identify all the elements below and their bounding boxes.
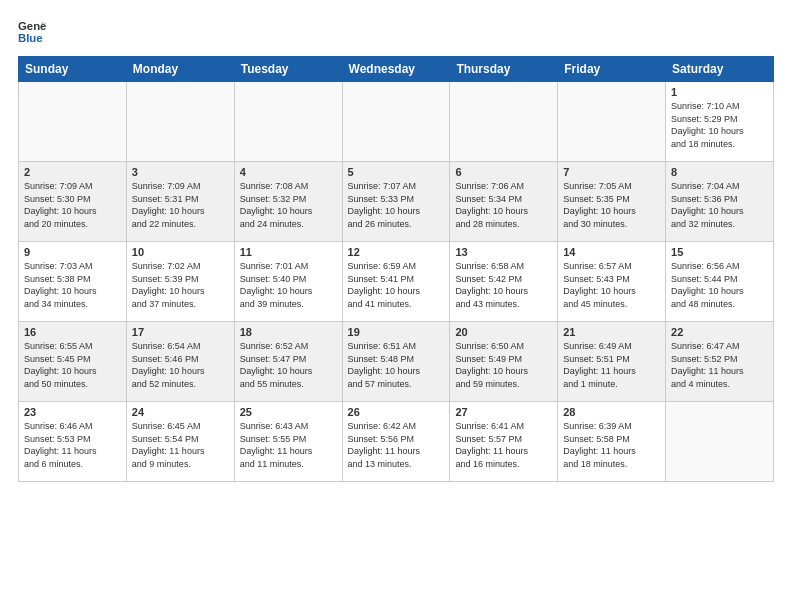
day-cell: 23Sunrise: 6:46 AM Sunset: 5:53 PM Dayli… (19, 402, 127, 482)
day-number: 12 (348, 246, 445, 258)
day-number: 16 (24, 326, 121, 338)
day-number: 24 (132, 406, 229, 418)
day-cell: 17Sunrise: 6:54 AM Sunset: 5:46 PM Dayli… (126, 322, 234, 402)
day-cell: 14Sunrise: 6:57 AM Sunset: 5:43 PM Dayli… (558, 242, 666, 322)
day-cell (558, 82, 666, 162)
day-cell: 11Sunrise: 7:01 AM Sunset: 5:40 PM Dayli… (234, 242, 342, 322)
day-cell: 1Sunrise: 7:10 AM Sunset: 5:29 PM Daylig… (666, 82, 774, 162)
day-cell: 22Sunrise: 6:47 AM Sunset: 5:52 PM Dayli… (666, 322, 774, 402)
day-cell: 28Sunrise: 6:39 AM Sunset: 5:58 PM Dayli… (558, 402, 666, 482)
day-info: Sunrise: 6:46 AM Sunset: 5:53 PM Dayligh… (24, 420, 121, 470)
day-cell: 24Sunrise: 6:45 AM Sunset: 5:54 PM Dayli… (126, 402, 234, 482)
day-info: Sunrise: 7:06 AM Sunset: 5:34 PM Dayligh… (455, 180, 552, 230)
day-number: 17 (132, 326, 229, 338)
day-cell: 10Sunrise: 7:02 AM Sunset: 5:39 PM Dayli… (126, 242, 234, 322)
day-info: Sunrise: 7:08 AM Sunset: 5:32 PM Dayligh… (240, 180, 337, 230)
day-number: 26 (348, 406, 445, 418)
day-info: Sunrise: 7:01 AM Sunset: 5:40 PM Dayligh… (240, 260, 337, 310)
day-number: 22 (671, 326, 768, 338)
day-info: Sunrise: 6:41 AM Sunset: 5:57 PM Dayligh… (455, 420, 552, 470)
day-number: 7 (563, 166, 660, 178)
day-number: 15 (671, 246, 768, 258)
day-cell: 25Sunrise: 6:43 AM Sunset: 5:55 PM Dayli… (234, 402, 342, 482)
logo: General Blue (18, 18, 52, 46)
col-header-saturday: Saturday (666, 57, 774, 82)
day-number: 27 (455, 406, 552, 418)
day-info: Sunrise: 7:09 AM Sunset: 5:31 PM Dayligh… (132, 180, 229, 230)
day-number: 20 (455, 326, 552, 338)
day-info: Sunrise: 6:57 AM Sunset: 5:43 PM Dayligh… (563, 260, 660, 310)
day-cell: 19Sunrise: 6:51 AM Sunset: 5:48 PM Dayli… (342, 322, 450, 402)
day-cell (666, 402, 774, 482)
day-number: 4 (240, 166, 337, 178)
day-cell (234, 82, 342, 162)
day-cell: 8Sunrise: 7:04 AM Sunset: 5:36 PM Daylig… (666, 162, 774, 242)
header-row: SundayMondayTuesdayWednesdayThursdayFrid… (19, 57, 774, 82)
day-cell: 6Sunrise: 7:06 AM Sunset: 5:34 PM Daylig… (450, 162, 558, 242)
logo-icon: General Blue (18, 18, 46, 46)
day-cell: 12Sunrise: 6:59 AM Sunset: 5:41 PM Dayli… (342, 242, 450, 322)
day-cell: 21Sunrise: 6:49 AM Sunset: 5:51 PM Dayli… (558, 322, 666, 402)
day-cell (342, 82, 450, 162)
week-row-3: 9Sunrise: 7:03 AM Sunset: 5:38 PM Daylig… (19, 242, 774, 322)
day-info: Sunrise: 7:04 AM Sunset: 5:36 PM Dayligh… (671, 180, 768, 230)
day-info: Sunrise: 7:02 AM Sunset: 5:39 PM Dayligh… (132, 260, 229, 310)
day-number: 13 (455, 246, 552, 258)
day-info: Sunrise: 6:55 AM Sunset: 5:45 PM Dayligh… (24, 340, 121, 390)
day-number: 25 (240, 406, 337, 418)
calendar: SundayMondayTuesdayWednesdayThursdayFrid… (18, 56, 774, 482)
col-header-tuesday: Tuesday (234, 57, 342, 82)
col-header-wednesday: Wednesday (342, 57, 450, 82)
svg-text:Blue: Blue (18, 32, 43, 44)
col-header-monday: Monday (126, 57, 234, 82)
day-number: 3 (132, 166, 229, 178)
day-info: Sunrise: 6:50 AM Sunset: 5:49 PM Dayligh… (455, 340, 552, 390)
svg-text:General: General (18, 20, 46, 32)
day-number: 11 (240, 246, 337, 258)
day-number: 19 (348, 326, 445, 338)
day-number: 10 (132, 246, 229, 258)
day-cell: 7Sunrise: 7:05 AM Sunset: 5:35 PM Daylig… (558, 162, 666, 242)
week-row-5: 23Sunrise: 6:46 AM Sunset: 5:53 PM Dayli… (19, 402, 774, 482)
day-info: Sunrise: 7:09 AM Sunset: 5:30 PM Dayligh… (24, 180, 121, 230)
day-number: 6 (455, 166, 552, 178)
day-cell: 18Sunrise: 6:52 AM Sunset: 5:47 PM Dayli… (234, 322, 342, 402)
day-cell (19, 82, 127, 162)
day-info: Sunrise: 7:03 AM Sunset: 5:38 PM Dayligh… (24, 260, 121, 310)
day-cell (126, 82, 234, 162)
day-info: Sunrise: 6:59 AM Sunset: 5:41 PM Dayligh… (348, 260, 445, 310)
day-info: Sunrise: 6:54 AM Sunset: 5:46 PM Dayligh… (132, 340, 229, 390)
col-header-thursday: Thursday (450, 57, 558, 82)
day-number: 8 (671, 166, 768, 178)
day-cell: 9Sunrise: 7:03 AM Sunset: 5:38 PM Daylig… (19, 242, 127, 322)
col-header-friday: Friday (558, 57, 666, 82)
day-cell: 2Sunrise: 7:09 AM Sunset: 5:30 PM Daylig… (19, 162, 127, 242)
day-cell: 5Sunrise: 7:07 AM Sunset: 5:33 PM Daylig… (342, 162, 450, 242)
day-info: Sunrise: 6:58 AM Sunset: 5:42 PM Dayligh… (455, 260, 552, 310)
week-row-4: 16Sunrise: 6:55 AM Sunset: 5:45 PM Dayli… (19, 322, 774, 402)
day-cell: 3Sunrise: 7:09 AM Sunset: 5:31 PM Daylig… (126, 162, 234, 242)
day-cell: 20Sunrise: 6:50 AM Sunset: 5:49 PM Dayli… (450, 322, 558, 402)
day-cell (450, 82, 558, 162)
day-number: 18 (240, 326, 337, 338)
day-number: 14 (563, 246, 660, 258)
day-info: Sunrise: 6:51 AM Sunset: 5:48 PM Dayligh… (348, 340, 445, 390)
col-header-sunday: Sunday (19, 57, 127, 82)
day-number: 23 (24, 406, 121, 418)
day-cell: 16Sunrise: 6:55 AM Sunset: 5:45 PM Dayli… (19, 322, 127, 402)
page: General Blue SundayMondayTuesdayWednesda… (0, 0, 792, 492)
day-info: Sunrise: 6:42 AM Sunset: 5:56 PM Dayligh… (348, 420, 445, 470)
day-number: 2 (24, 166, 121, 178)
day-info: Sunrise: 6:47 AM Sunset: 5:52 PM Dayligh… (671, 340, 768, 390)
day-info: Sunrise: 7:10 AM Sunset: 5:29 PM Dayligh… (671, 100, 768, 150)
day-info: Sunrise: 7:07 AM Sunset: 5:33 PM Dayligh… (348, 180, 445, 230)
day-cell: 4Sunrise: 7:08 AM Sunset: 5:32 PM Daylig… (234, 162, 342, 242)
day-cell: 26Sunrise: 6:42 AM Sunset: 5:56 PM Dayli… (342, 402, 450, 482)
day-info: Sunrise: 6:39 AM Sunset: 5:58 PM Dayligh… (563, 420, 660, 470)
header: General Blue (18, 18, 774, 46)
day-info: Sunrise: 6:45 AM Sunset: 5:54 PM Dayligh… (132, 420, 229, 470)
week-row-1: 1Sunrise: 7:10 AM Sunset: 5:29 PM Daylig… (19, 82, 774, 162)
day-cell: 27Sunrise: 6:41 AM Sunset: 5:57 PM Dayli… (450, 402, 558, 482)
day-number: 28 (563, 406, 660, 418)
day-number: 5 (348, 166, 445, 178)
